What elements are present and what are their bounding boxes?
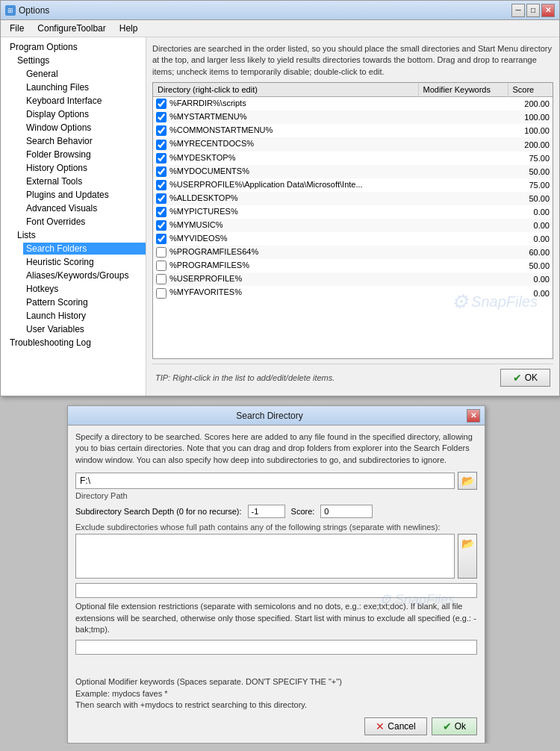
row-checkbox[interactable] (156, 99, 167, 109)
sidebar-item-lists[interactable]: Lists (1, 228, 146, 242)
table-row[interactable]: %MYFAVORITES%0.00 (153, 286, 553, 299)
cancel-button[interactable]: ✕ Cancel (364, 717, 426, 735)
row-checkbox[interactable] (156, 220, 167, 231)
browse-button[interactable]: 📂 (458, 472, 477, 490)
app-icon: ⊞ (5, 5, 16, 16)
table-row[interactable]: %USERPROFILE%0.00 (153, 272, 553, 286)
row-checkbox[interactable] (156, 207, 167, 217)
dir-cell: %USERPROFILE%\Application Data\Microsoft… (153, 178, 418, 192)
menu-help[interactable]: Help (113, 22, 144, 35)
sidebar-item-search-behavior[interactable]: Search Behavior (1, 134, 146, 148)
depth-score-row: Subdirectory Search Depth (0 for no recu… (75, 505, 477, 518)
depth-input[interactable] (248, 505, 285, 518)
row-checkbox[interactable] (156, 193, 167, 204)
close-button[interactable]: ✕ (541, 4, 555, 17)
modifier-cell (418, 272, 508, 286)
dir-cell: %MYSTARTMENU% (153, 110, 418, 124)
search-dir-close-button[interactable]: ✕ (467, 409, 480, 423)
depth-label: Subdirectory Search Depth (0 for no recu… (75, 507, 242, 516)
modifier-cell (418, 137, 508, 151)
sidebar-item-general[interactable]: General (1, 67, 146, 81)
directory-table-container[interactable]: Directory (right-click to edit) Modifier… (152, 82, 553, 359)
title-bar-left: ⊞ Options (5, 5, 49, 16)
table-row[interactable]: %USERPROFILE%\Application Data\Microsoft… (153, 178, 553, 192)
minimize-button[interactable]: ─ (511, 4, 525, 17)
exclude-browse-button[interactable]: 📂 (458, 534, 477, 579)
table-row[interactable]: %MYDOCUMENTS%50.00 (153, 165, 553, 178)
cancel-label: Cancel (388, 721, 415, 732)
table-row[interactable]: %MYDESKTOP%75.00 (153, 152, 553, 165)
sidebar-item-program-options[interactable]: Program Options (1, 40, 146, 54)
path-input[interactable] (75, 473, 455, 489)
extension-input[interactable] (75, 583, 477, 598)
directory-table: Directory (right-click to edit) Modifier… (153, 83, 553, 299)
title-bar-buttons: ─ □ ✕ (511, 4, 555, 17)
row-checkbox[interactable] (156, 234, 167, 244)
row-checkbox[interactable] (156, 153, 167, 163)
row-checkbox[interactable] (156, 274, 167, 284)
sidebar-item-pattern-scoring[interactable]: Pattern Scoring (1, 296, 146, 309)
table-row[interactable]: %MYVIDEOS%0.00 (153, 232, 553, 246)
table-row[interactable]: %MYRECENTDOCS%200.00 (153, 137, 553, 151)
table-row[interactable]: %MYMUSIC%0.00 (153, 219, 553, 232)
sidebar-item-window-options[interactable]: Window Options (1, 121, 146, 134)
dir-cell: %MYDESKTOP% (153, 152, 418, 165)
sidebar-item-launching-files[interactable]: Launching Files (1, 81, 146, 94)
table-row[interactable]: %COMMONSTARTMENU%100.00 (153, 124, 553, 137)
row-checkbox[interactable] (156, 288, 167, 299)
row-checkbox[interactable] (156, 125, 167, 136)
sidebar-item-plugins-updates[interactable]: Plugins and Updates (1, 188, 146, 202)
sidebar-item-heuristic-scoring[interactable]: Heuristic Scoring (1, 255, 146, 269)
maximize-button[interactable]: □ (526, 4, 540, 17)
col-header-score: Score (508, 83, 553, 97)
dir-cell: %MYRECENTDOCS% (153, 137, 418, 151)
row-checkbox[interactable] (156, 261, 167, 271)
sidebar-item-external-tools[interactable]: External Tools (1, 175, 146, 188)
main-content: Directories are searched in the order li… (146, 37, 559, 396)
score-cell: 100.00 (508, 110, 553, 124)
modifier-cell (418, 286, 508, 299)
score-cell: 0.00 (508, 286, 553, 299)
table-row[interactable]: %MYPICTURES%0.00 (153, 205, 553, 219)
menu-configure-toolbar[interactable]: ConfigureToolbar (31, 22, 111, 35)
sidebar-item-advanced-visuals[interactable]: Advanced Visuals (1, 202, 146, 215)
dir-cell: %FARRDIR%\scripts (153, 97, 418, 111)
score-label: Score: (291, 507, 315, 516)
table-row[interactable]: %MYSTARTMENU%100.00 (153, 110, 553, 124)
score-cell: 0.00 (508, 219, 553, 232)
score-input[interactable] (320, 505, 373, 518)
modifier-input[interactable] (75, 640, 477, 655)
menu-file[interactable]: File (4, 22, 30, 35)
row-checkbox[interactable] (156, 180, 167, 190)
ok2-button[interactable]: ✔ Ok (432, 717, 477, 735)
score-cell: 0.00 (508, 232, 553, 246)
ok-button[interactable]: ✔ OK (500, 369, 550, 387)
sidebar-item-search-folders[interactable]: Search Folders (1, 242, 146, 255)
table-row[interactable]: %PROGRAMFILES%50.00 (153, 259, 553, 272)
table-row[interactable]: %ALLDESKTOP%50.00 (153, 192, 553, 205)
sidebar-item-history-options[interactable]: History Options (1, 161, 146, 175)
sidebar-item-display-options[interactable]: Display Options (1, 107, 146, 121)
row-checkbox[interactable] (156, 247, 167, 258)
sidebar-item-aliases-keywords[interactable]: Aliases/Keywords/Groups (1, 269, 146, 282)
dialog-description: Specify a directory to be searched. Scor… (75, 431, 477, 466)
sidebar-item-troubleshooting-log[interactable]: Troubleshooting Log (1, 336, 146, 349)
sidebar: Program Options Settings General Launchi… (1, 37, 146, 396)
row-checkbox[interactable] (156, 112, 167, 122)
col-header-directory: Directory (right-click to edit) (153, 83, 418, 97)
row-checkbox[interactable] (156, 166, 167, 177)
sidebar-item-folder-browsing[interactable]: Folder Browsing (1, 148, 146, 161)
sidebar-item-launch-history[interactable]: Launch History (1, 309, 146, 322)
sidebar-item-settings[interactable]: Settings (1, 54, 146, 67)
modifier-cell (418, 219, 508, 232)
tip-text: TIP: Right-click in the list to add/edit… (155, 373, 335, 382)
table-row[interactable]: %PROGRAMFILES64%60.00 (153, 246, 553, 259)
row-checkbox[interactable] (156, 140, 167, 150)
modifier-cell (418, 110, 508, 124)
sidebar-item-hotkeys[interactable]: Hotkeys (1, 282, 146, 296)
table-row[interactable]: %FARRDIR%\scripts200.00 (153, 97, 553, 111)
sidebar-item-font-overrides[interactable]: Font Overrides (1, 215, 146, 228)
sidebar-item-user-variables[interactable]: User Variables (1, 322, 146, 336)
sidebar-item-keyboard-interface[interactable]: Keyboard Interface (1, 94, 146, 107)
exclude-textarea[interactable] (75, 534, 455, 579)
